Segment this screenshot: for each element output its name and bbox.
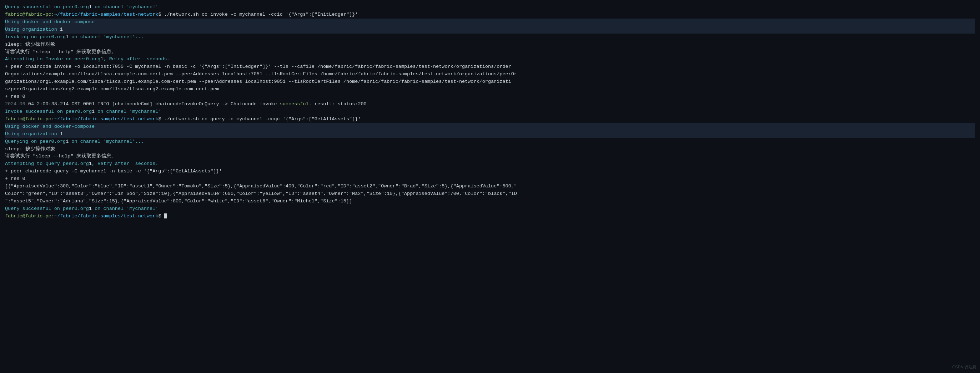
line-segment: Query successful on peer0.org (5, 4, 89, 10)
line-segment: Organizations/example.com/tlsca/tlsca.ex… (5, 71, 517, 77)
line-segment: 2024-06- (5, 102, 28, 107)
line-segment: $ (158, 213, 164, 219)
line-segment: ganizations/org1.example.com/tlsca/tlsca… (5, 79, 511, 84)
line-segment: INFO [chaincodeCmd] chaincodeInvokeOrQue… (95, 102, 280, 107)
line-segment: mychannel (129, 4, 155, 10)
terminal-line: fabric@fabric-pc:~/fabric/fabric-samples… (5, 213, 975, 220)
terminal-line: Color":"green","ID":"asset3","Owner":"Ji… (5, 190, 975, 198)
line-segment: █ (164, 213, 167, 219)
line-segment: + res= (5, 94, 22, 99)
line-segment: mychannel (132, 109, 158, 114)
terminal-line: + peer chaincode query -C mychannel -n b… (5, 168, 975, 175)
terminal-line: Attempting to Query peer0.org1, Retry af… (5, 160, 975, 168)
line-segment: s/peerOrganizations/org2.example.com/tls… (5, 86, 219, 92)
terminal-line: fabric@fabric-pc:~/fabric/fabric-samples… (5, 116, 975, 123)
line-segment: ' (155, 206, 158, 211)
line-segment: Using docker and docker-compose (5, 19, 95, 25)
line-segment: ' (155, 4, 158, 10)
line-segment: },{"AppraisedValue":600,"Color":"yellow"… (167, 191, 387, 196)
terminal-line: + res=0 (5, 93, 975, 101)
line-segment: '... (132, 139, 144, 144)
line-segment: on channel ' (95, 109, 132, 114)
line-segment: Attempting to Invoke on peer0.org (5, 56, 100, 62)
line-segment: 请尝试执行 "sleep --help" 来获取更多信息。 (5, 49, 116, 55)
line-segment: ~/fabric/fabric-samples/test-network (54, 213, 159, 219)
terminal-line: Query successful on peer0.org1 on channe… (5, 205, 975, 213)
line-segment: mychannel (129, 206, 155, 211)
terminal-line: + peer chaincode invoke -o localhost:705… (5, 63, 975, 71)
terminal-line: ganizations/org1.example.com/tlsca/tlsca… (5, 78, 975, 86)
terminal-line: 请尝试执行 "sleep --help" 来获取更多信息。 (5, 153, 975, 160)
line-segment: },{"AppraisedValue":700,"Color":"black",… (393, 191, 517, 196)
line-segment: :00:38.2 (40, 102, 63, 107)
line-segment: on channel ' (92, 4, 129, 10)
line-segment: on channel ' (92, 206, 129, 211)
line-segment: Invoking on peer0.org (5, 34, 66, 40)
line-segment: Querying on peer0.org (5, 139, 66, 144)
line-segment: Using docker and docker-compose (5, 124, 95, 129)
line-segment: sleep: 缺少操作对象 (5, 146, 55, 152)
line-segment: },{"AppraisedValue":800,"Color":"white",… (115, 198, 340, 204)
line-segment: 1 (89, 4, 92, 10)
line-segment: ~/fabric/fabric-samples/test-network (54, 12, 159, 17)
line-segment: mychannel (107, 34, 132, 40)
line-segment: 14 (63, 102, 68, 107)
terminal-line: Using docker and docker-compose (5, 123, 975, 131)
line-segment (34, 102, 37, 107)
line-segment: 1 (147, 184, 150, 189)
line-segment: 1 (89, 161, 92, 166)
line-segment: 04 (28, 102, 34, 107)
line-segment: ","Owner":"Tomoko","Size":5},{"Appraised… (150, 184, 517, 189)
terminal-line: sleep: 缺少操作对象 (5, 41, 975, 49)
line-segment: 1 (60, 131, 63, 137)
line-segment: mychannel (107, 139, 132, 144)
terminal-line: Invoke successful on peer0.org1 on chann… (5, 108, 975, 116)
line-segment: ":"asset5","Owner":"Adriana","Size": (5, 198, 109, 204)
terminal-line: Query successful on peer0.org1 on channe… (5, 3, 975, 11)
line-segment: 请尝试执行 "sleep --help" 来获取更多信息。 (5, 154, 116, 159)
terminal-line: Using docker and docker-compose (5, 19, 975, 26)
line-segment: . result: status: (309, 102, 358, 107)
line-segment: $ ./network.sh cc invoke -c mychannel -c… (158, 12, 358, 17)
terminal-line: s/peerOrganizations/org2.example.com/tls… (5, 86, 975, 93)
line-segment: 0 (22, 176, 25, 181)
line-segment: 1 (89, 206, 92, 211)
line-segment: ' (158, 109, 161, 114)
terminal-line: ":"asset5","Owner":"Adriana","Size":15},… (5, 198, 975, 205)
terminal-window: Query successful on peer0.org1 on channe… (0, 0, 980, 373)
line-segment: Using organization (5, 131, 60, 137)
line-segment: on channel ' (68, 139, 106, 144)
line-segment: Query successful on peer0.org (5, 206, 89, 211)
line-segment: 0 (22, 94, 25, 99)
terminal-line: + res=0 (5, 175, 975, 183)
terminal-line: Attempting to Invoke on peer0.org1, Retr… (5, 56, 975, 63)
line-segment: Invoke successful on peer0.org (5, 109, 92, 114)
line-segment: , Retry after seconds. (92, 161, 158, 166)
line-segment: on channel ' (68, 34, 106, 40)
terminal-line: sleep: 缺少操作对象 (5, 146, 975, 153)
terminal-line: Invoking on peer0.org1 on channel 'mycha… (5, 33, 975, 41)
line-segment: 1 (92, 102, 95, 107)
line-segment: 200 (358, 102, 366, 107)
line-segment: + res= (5, 176, 22, 181)
line-segment: 1 (60, 27, 63, 32)
line-segment: fabric@fabric-pc: (5, 116, 54, 122)
line-segment: + peer chaincode query -C mychannel -n b… (5, 168, 222, 174)
line-segment: [{"AppraisedValue":300,"Color":"blue","I… (5, 184, 147, 189)
terminal-line: 2024-06-04 2:00:38.214 CST 0001 INFO [ch… (5, 101, 975, 108)
line-segment: fabric@fabric-pc: (5, 213, 54, 219)
line-segment: '... (132, 34, 144, 40)
line-segment: sleep: 缺少操作对象 (5, 42, 55, 47)
watermark: CSDN @注意 (953, 364, 977, 370)
terminal-line: Using organization 1 (5, 26, 975, 33)
line-segment: Attempting to Query peer0.org (5, 161, 89, 166)
terminal-line: [{"AppraisedValue":300,"Color":"blue","I… (5, 183, 975, 190)
terminal-line: fabric@fabric-pc:~/fabric/fabric-samples… (5, 11, 975, 19)
line-segment: successful (280, 102, 309, 107)
line-segment: $ ./network.sh cc query -c mychannel -cc… (158, 116, 361, 122)
line-segment: }] (346, 198, 352, 204)
line-segment: ~/fabric/fabric-samples/test-network (54, 116, 159, 122)
terminal-line: Organizations/example.com/tlsca/tlsca.ex… (5, 71, 975, 78)
terminal-line: Querying on peer0.org1 on channel 'mycha… (5, 138, 975, 146)
line-segment: 10 (387, 191, 392, 196)
